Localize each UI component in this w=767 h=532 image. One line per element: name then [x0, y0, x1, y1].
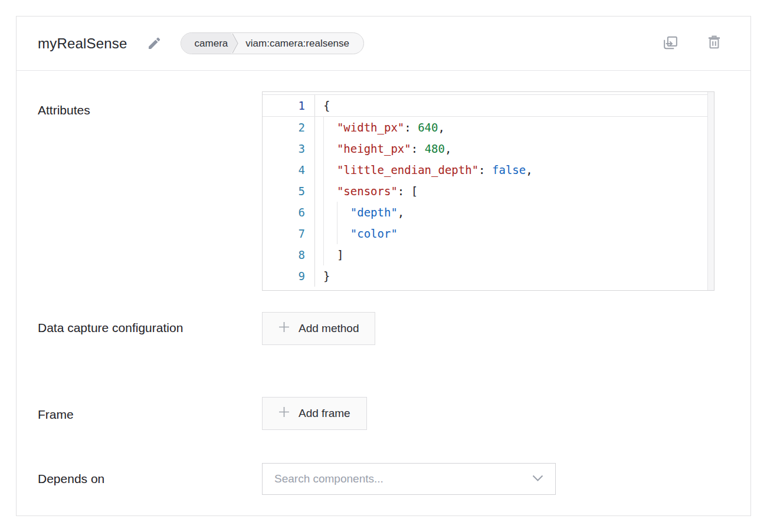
edit-name-icon[interactable]: [146, 35, 162, 51]
code-token-punct: ,: [445, 142, 451, 155]
attributes-label: Attributes: [38, 91, 185, 122]
line-number: 9: [263, 265, 315, 287]
indent-guide-line: [323, 159, 324, 180]
depends-on-select[interactable]: [262, 463, 556, 495]
data-capture-label: Data capture configuration: [38, 312, 185, 340]
indent-guide-line: [323, 117, 324, 138]
line-number: 8: [263, 244, 315, 265]
code-lines: 1{2 "width_px": 640,3 "height_px": 480,4…: [263, 94, 714, 287]
code-token-punct: [323, 185, 337, 198]
code-text: "color": [315, 223, 714, 244]
code-token-punct: [323, 121, 337, 134]
component-name: myRealSense: [38, 35, 127, 52]
code-token-num: 640: [418, 121, 438, 134]
frame-row: Frame Add frame: [38, 397, 729, 430]
add-method-button[interactable]: Add method: [262, 312, 375, 345]
component-type-pill: camera viam:camera:realsense: [181, 32, 364, 54]
code-token-key: "sensors": [337, 185, 398, 198]
line-number: 6: [263, 202, 315, 223]
code-token-punct: [323, 142, 337, 155]
line-number: 2: [263, 117, 315, 138]
indent-guide-line: [337, 223, 337, 244]
add-frame-label: Add frame: [299, 407, 350, 420]
line-number: 4: [263, 159, 315, 180]
attributes-row: Attributes 1{2 "width_px": 640,3 "height…: [38, 91, 729, 291]
component-header: myRealSense camera viam:camera:realsense: [17, 17, 750, 71]
code-token-punct: ]: [337, 248, 343, 261]
code-line[interactable]: 6 "depth",: [263, 202, 714, 223]
code-token-key: "height_px": [337, 142, 411, 155]
header-actions: [662, 34, 722, 53]
code-token-punct: ,: [526, 163, 532, 176]
component-config-card: myRealSense camera viam:camera:realsense: [16, 16, 751, 516]
indent-guide-line: [323, 180, 324, 202]
depends-on-label: Depends on: [38, 463, 185, 491]
indent-guide-line: [323, 223, 324, 244]
code-text: "height_px": 480,: [315, 138, 714, 159]
indent-guide-line: [323, 202, 324, 223]
code-token-key: "width_px": [337, 121, 404, 134]
code-line[interactable]: 5 "sensors": [: [263, 180, 714, 202]
code-text: "little_endian_depth": false,: [315, 159, 714, 180]
code-token-punct: }: [323, 270, 330, 283]
component-model: viam:camera:realsense: [240, 33, 363, 54]
duplicate-icon: [662, 34, 679, 53]
code-text: }: [315, 265, 714, 287]
code-text: {: [315, 95, 714, 116]
delete-button[interactable]: [706, 34, 722, 52]
code-line[interactable]: 4 "little_endian_depth": false,: [263, 159, 714, 180]
code-line[interactable]: 2 "width_px": 640,: [263, 117, 714, 138]
code-token-punct: [323, 163, 337, 176]
indent-guide-line: [337, 202, 337, 223]
frame-label: Frame: [38, 397, 185, 426]
plus-icon: [278, 406, 290, 421]
code-text: ]: [315, 244, 714, 265]
plus-icon: [278, 321, 290, 336]
add-frame-button[interactable]: Add frame: [262, 397, 367, 430]
code-line[interactable]: 3 "height_px": 480,: [263, 138, 714, 159]
line-number: 7: [263, 223, 315, 244]
code-token-punct: :: [404, 121, 418, 134]
code-line[interactable]: 9}: [263, 265, 714, 287]
line-number: 5: [263, 180, 315, 202]
code-token-punct: ,: [438, 121, 445, 134]
code-token-punct: {: [323, 99, 330, 112]
line-number: 3: [263, 138, 315, 159]
code-token-key: "little_endian_depth": [337, 163, 478, 176]
depends-on-row: Depends on: [38, 463, 729, 495]
code-line[interactable]: 1{: [263, 94, 714, 117]
code-line[interactable]: 7 "color": [263, 223, 714, 244]
chevron-down-icon[interactable]: [532, 474, 543, 484]
indent-guide-line: [323, 138, 324, 159]
code-text: "width_px": 640,: [315, 117, 714, 138]
code-token-punct: :: [478, 163, 492, 176]
code-text: "depth",: [315, 202, 714, 223]
code-text: "sensors": [: [315, 180, 714, 202]
indent-guide-line: [323, 244, 324, 265]
code-line[interactable]: 8 ]: [263, 244, 714, 265]
search-components-input[interactable]: [274, 472, 532, 485]
code-token-punct: [323, 248, 337, 261]
code-token-str: "depth": [350, 206, 398, 219]
trash-icon: [706, 34, 722, 52]
code-token-atom: false: [492, 163, 526, 176]
code-token-punct: : [: [398, 185, 418, 198]
code-token-str: "color": [350, 227, 398, 240]
code-token-punct: ,: [398, 206, 404, 219]
duplicate-button[interactable]: [662, 34, 679, 53]
add-method-label: Add method: [299, 322, 359, 335]
code-token-punct: :: [411, 142, 425, 155]
component-type: camera: [181, 33, 238, 54]
component-body: Attributes 1{2 "width_px": 640,3 "height…: [17, 71, 750, 495]
line-number: 1: [263, 95, 315, 116]
editor-scrollbar[interactable]: [707, 92, 714, 290]
code-token-num: 480: [425, 142, 445, 155]
data-capture-row: Data capture configuration Add method: [38, 312, 729, 345]
attributes-json-editor[interactable]: 1{2 "width_px": 640,3 "height_px": 480,4…: [262, 91, 714, 291]
